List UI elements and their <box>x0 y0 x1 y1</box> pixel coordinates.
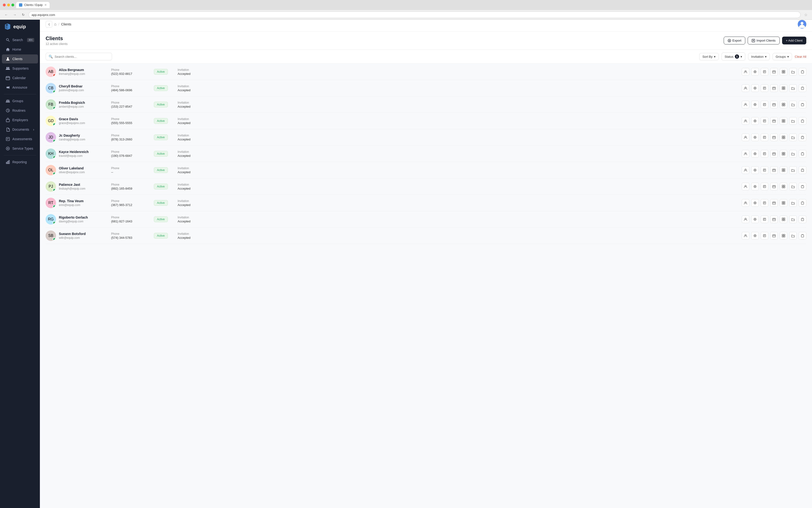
goal-action-button[interactable] <box>751 199 759 207</box>
sidebar-item-home[interactable]: Home <box>2 45 38 54</box>
profile-action-button[interactable] <box>742 117 749 125</box>
clipboard-action-button[interactable] <box>799 133 806 141</box>
calendar-action-button[interactable] <box>770 215 778 223</box>
calendar-action-button[interactable] <box>770 232 778 240</box>
back-button[interactable]: ← <box>3 11 9 18</box>
note-action-button[interactable] <box>761 150 768 158</box>
clipboard-action-button[interactable] <box>799 117 806 125</box>
user-avatar[interactable] <box>798 20 806 29</box>
goal-action-button[interactable] <box>751 133 759 141</box>
folder-action-button[interactable] <box>789 117 797 125</box>
goal-action-button[interactable] <box>751 166 759 174</box>
import-button[interactable]: Import Clients <box>748 37 779 44</box>
profile-action-button[interactable] <box>742 166 749 174</box>
calendar-action-button[interactable] <box>770 166 778 174</box>
calendar-action-button[interactable] <box>770 84 778 92</box>
folder-action-button[interactable] <box>789 166 797 174</box>
client-row[interactable]: RT Rep. Tina Veum erini@equip.com Phone … <box>46 195 806 211</box>
note-action-button[interactable] <box>761 232 768 240</box>
note-action-button[interactable] <box>761 215 768 223</box>
close-dot[interactable] <box>3 4 6 6</box>
client-row[interactable]: PJ Patience Jast lindsayh@equip.com Phon… <box>46 178 806 195</box>
grid-action-button[interactable] <box>780 166 787 174</box>
calendar-action-button[interactable] <box>770 133 778 141</box>
grid-action-button[interactable] <box>780 133 787 141</box>
export-button[interactable]: Export <box>724 37 746 44</box>
calendar-action-button[interactable] <box>770 68 778 76</box>
sidebar-item-groups[interactable]: Groups <box>2 96 38 105</box>
folder-action-button[interactable] <box>789 68 797 76</box>
note-action-button[interactable] <box>761 68 768 76</box>
folder-action-button[interactable] <box>789 84 797 92</box>
goal-action-button[interactable] <box>751 232 759 240</box>
breadcrumb-home-icon[interactable]: ⌂ <box>54 22 56 26</box>
grid-action-button[interactable] <box>780 101 787 108</box>
goal-action-button[interactable] <box>751 101 759 108</box>
sidebar-item-routines[interactable]: Routines <box>2 106 38 115</box>
folder-action-button[interactable] <box>789 215 797 223</box>
sidebar-item-supporters[interactable]: Supporters <box>2 64 38 73</box>
calendar-action-button[interactable] <box>770 199 778 207</box>
profile-action-button[interactable] <box>742 101 749 108</box>
client-row[interactable]: FB Fredda Bogisich ambert@equip.com Phon… <box>46 96 806 113</box>
note-action-button[interactable] <box>761 183 768 190</box>
add-client-button[interactable]: + Add Client <box>782 37 806 44</box>
goal-action-button[interactable] <box>751 68 759 76</box>
sidebar-item-announce[interactable]: Announce <box>2 83 38 92</box>
profile-action-button[interactable] <box>742 68 749 76</box>
clipboard-action-button[interactable] <box>799 183 806 190</box>
profile-action-button[interactable] <box>742 232 749 240</box>
sidebar-item-clients[interactable]: Clients <box>2 54 38 64</box>
clear-all-button[interactable]: Clear All <box>795 55 806 58</box>
refresh-button[interactable]: ↻ <box>20 11 27 18</box>
folder-action-button[interactable] <box>789 232 797 240</box>
client-row[interactable]: AB Aliza Bergnaum tremainj@equip.com Pho… <box>46 64 806 80</box>
sidebar-item-calendar[interactable]: Calendar <box>2 74 38 82</box>
note-action-button[interactable] <box>761 133 768 141</box>
client-row[interactable]: KH Kayce Heidenreich travisf@equip.com P… <box>46 146 806 162</box>
note-action-button[interactable] <box>761 117 768 125</box>
note-action-button[interactable] <box>761 166 768 174</box>
breadcrumb-back-button[interactable]: ‹| <box>46 21 52 28</box>
clipboard-action-button[interactable] <box>799 166 806 174</box>
client-row[interactable]: RG Rigoberto Gerlach daving@equip.com Ph… <box>46 211 806 228</box>
goal-action-button[interactable] <box>751 150 759 158</box>
note-action-button[interactable] <box>761 84 768 92</box>
clipboard-action-button[interactable] <box>799 232 806 240</box>
folder-action-button[interactable] <box>789 150 797 158</box>
search-input[interactable] <box>55 55 109 58</box>
goal-action-button[interactable] <box>751 117 759 125</box>
client-row[interactable]: SB Sueann Botsford willr@equip.com Phone… <box>46 228 806 244</box>
note-action-button[interactable] <box>761 199 768 207</box>
grid-action-button[interactable] <box>780 232 787 240</box>
folder-action-button[interactable] <box>789 101 797 108</box>
clipboard-action-button[interactable] <box>799 150 806 158</box>
goal-action-button[interactable] <box>751 215 759 223</box>
profile-action-button[interactable] <box>742 133 749 141</box>
sidebar-item-search[interactable]: Search ⌘K <box>2 35 38 44</box>
profile-action-button[interactable] <box>742 183 749 190</box>
grid-action-button[interactable] <box>780 183 787 190</box>
forward-button[interactable]: → <box>11 11 18 18</box>
search-box[interactable]: 🔍 <box>46 53 112 60</box>
browser-tab[interactable]: Clients / Equip ✕ <box>16 2 50 8</box>
note-action-button[interactable] <box>761 101 768 108</box>
client-row[interactable]: OL Oliver Lakeland oliver@equipnx.com Ph… <box>46 162 806 178</box>
calendar-action-button[interactable] <box>770 183 778 190</box>
grid-action-button[interactable] <box>780 150 787 158</box>
clipboard-action-button[interactable] <box>799 199 806 207</box>
clipboard-action-button[interactable] <box>799 215 806 223</box>
client-row[interactable]: JD Jc Daugherty candrag@equip.com Phone … <box>46 129 806 146</box>
client-row[interactable]: GD Grace Davis grace@equipnx.com Phone (… <box>46 113 806 129</box>
calendar-action-button[interactable] <box>770 101 778 108</box>
profile-action-button[interactable] <box>742 84 749 92</box>
sidebar-item-employers[interactable]: Employers <box>2 116 38 125</box>
address-bar[interactable]: app.equipnx.com <box>29 11 801 18</box>
grid-action-button[interactable] <box>780 68 787 76</box>
minimize-dot[interactable] <box>7 4 10 6</box>
profile-action-button[interactable] <box>742 150 749 158</box>
grid-action-button[interactable] <box>780 117 787 125</box>
goal-action-button[interactable] <box>751 84 759 92</box>
sidebar-item-service-types[interactable]: Service Types <box>2 144 38 153</box>
sidebar-item-documents[interactable]: Documents › <box>2 125 38 134</box>
